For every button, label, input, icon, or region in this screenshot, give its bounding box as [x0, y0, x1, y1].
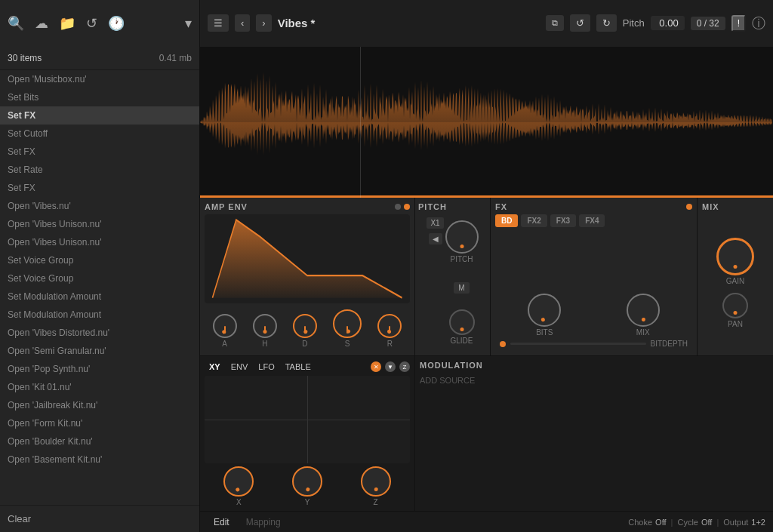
- history-icon[interactable]: 🕐: [108, 15, 125, 32]
- dropdown-icon[interactable]: ▾: [185, 15, 192, 32]
- z-label: Z: [374, 498, 378, 506]
- folder-icon[interactable]: 📁: [59, 15, 75, 32]
- fx-tab-fx2[interactable]: FX2: [521, 214, 547, 227]
- copy-button[interactable]: ⧉: [546, 15, 564, 31]
- list-item[interactable]: Open 'Vibes Unison.nu': [0, 215, 199, 233]
- bits-knob[interactable]: [528, 294, 561, 327]
- amp-env-label: AMP ENV: [205, 202, 248, 211]
- list-item[interactable]: Set Rate: [0, 161, 199, 179]
- total-size: 0.41 mb: [159, 53, 192, 63]
- list-item[interactable]: Set Modulation Amount: [0, 306, 199, 324]
- xy-icon-x[interactable]: ✕: [371, 361, 381, 372]
- arrow-button[interactable]: ◀: [429, 233, 442, 244]
- hold-label: H: [262, 340, 267, 348]
- choke-value[interactable]: Off: [655, 518, 666, 527]
- m-button[interactable]: M: [454, 282, 469, 294]
- list-item[interactable]: Set FX: [0, 106, 199, 125]
- tab-mapping[interactable]: Mapping: [240, 515, 287, 529]
- fx-tab-fx4[interactable]: FX4: [579, 214, 605, 227]
- fx-tab-bd[interactable]: BD: [495, 214, 518, 227]
- release-label: R: [387, 340, 393, 348]
- amp-env-indicator-orange: [404, 204, 410, 210]
- nav-fwd-button[interactable]: ›: [256, 14, 271, 32]
- info-icon[interactable]: ⓘ: [752, 14, 765, 32]
- gain-knob[interactable]: [716, 238, 754, 275]
- search-icon[interactable]: 🔍: [8, 15, 24, 32]
- list-item[interactable]: Set Voice Group: [0, 251, 199, 269]
- waveform-canvas: [200, 47, 773, 198]
- x1-button[interactable]: X1: [427, 217, 443, 229]
- divider2: |: [716, 518, 719, 527]
- undo-small-icon[interactable]: ↺: [86, 15, 97, 32]
- xy-icon-v[interactable]: ▼: [385, 361, 396, 372]
- undo-button[interactable]: ↺: [570, 14, 590, 32]
- glide-knob-wrap: GLIDE: [449, 309, 475, 345]
- list-item[interactable]: Set Cutoff: [0, 125, 199, 143]
- cycle-value[interactable]: Off: [701, 518, 712, 527]
- list-item[interactable]: Set Modulation Amount: [0, 288, 199, 306]
- xy-icon-z[interactable]: Z: [399, 361, 410, 372]
- list-item[interactable]: Set Voice Group: [0, 269, 199, 288]
- redo-button[interactable]: ↻: [596, 14, 617, 32]
- list-item[interactable]: Open 'Semi Granular.nu': [0, 342, 199, 360]
- patch-title: Vibes *: [278, 17, 540, 29]
- attack-knob[interactable]: [213, 314, 237, 338]
- pitch-knob[interactable]: [445, 220, 479, 254]
- z-knob[interactable]: [361, 466, 391, 497]
- cloud-icon[interactable]: ☁: [35, 15, 48, 32]
- history-list: Open 'Musicbox.nu'Set BitsSet FXSet Cuto…: [0, 70, 199, 505]
- divider1: |: [671, 518, 673, 527]
- hold-knob-wrap: H: [253, 314, 277, 348]
- clear-button[interactable]: Clear: [0, 505, 199, 532]
- tab-env[interactable]: ENV: [226, 361, 253, 373]
- nav-back-button[interactable]: ‹: [235, 14, 250, 32]
- warn-button[interactable]: !: [731, 15, 746, 32]
- x-knob[interactable]: [223, 466, 254, 497]
- list-item[interactable]: Open 'Vibes.nu': [0, 197, 199, 215]
- list-item[interactable]: Open 'Vibes Distorted.nu': [0, 324, 199, 342]
- glide-knob[interactable]: [449, 309, 475, 335]
- output-group: Output 1+2: [723, 518, 765, 527]
- decay-knob[interactable]: [293, 314, 317, 338]
- list-item[interactable]: Open 'Musicbox.nu': [0, 70, 199, 88]
- fx-mix-knob[interactable]: [627, 294, 660, 327]
- pan-knob[interactable]: [722, 293, 748, 318]
- attack-knob-wrap: A: [213, 314, 237, 348]
- list-item[interactable]: Open 'Jailbreak Kit.nu': [0, 396, 199, 414]
- list-item[interactable]: Open 'Pop Synth.nu': [0, 360, 199, 378]
- output-label: Output: [723, 518, 748, 527]
- list-item[interactable]: Open 'Boulder Kit.nu': [0, 432, 199, 451]
- mix-section: MIX GAIN PAN: [698, 198, 773, 355]
- bitdepth-label: BITDEPTH: [651, 340, 688, 348]
- waveform-display[interactable]: [200, 47, 773, 198]
- tab-table[interactable]: TABLE: [281, 361, 316, 373]
- gain-label: GAIN: [726, 277, 744, 285]
- tab-xy[interactable]: XY: [205, 361, 225, 373]
- output-value[interactable]: 1+2: [751, 518, 765, 527]
- pitch-label: Pitch: [623, 17, 645, 29]
- list-item[interactable]: Open 'Form Kit.nu': [0, 414, 199, 432]
- bitdepth-bar[interactable]: [510, 343, 646, 345]
- list-item[interactable]: Set FX: [0, 179, 199, 197]
- list-item[interactable]: Set Bits: [0, 88, 199, 106]
- fx-tab-fx3[interactable]: FX3: [550, 214, 576, 227]
- list-item[interactable]: Open 'Vibes Unison.nu': [0, 233, 199, 251]
- sustain-knob[interactable]: [333, 309, 362, 338]
- tab-edit[interactable]: Edit: [208, 515, 236, 529]
- x-knob-wrap: X: [223, 466, 254, 506]
- list-item[interactable]: Open 'Basement Kit.nu': [0, 451, 199, 469]
- menu-button[interactable]: ☰: [208, 14, 229, 32]
- bits-label: BITS: [536, 328, 553, 337]
- list-item[interactable]: Set FX: [0, 143, 199, 161]
- y-knob[interactable]: [292, 466, 322, 497]
- tab-lfo[interactable]: LFO: [254, 361, 279, 373]
- env-curve-display[interactable]: [205, 214, 410, 303]
- glide-label: GLIDE: [450, 337, 473, 345]
- xy-grid[interactable]: [205, 376, 410, 463]
- hold-knob[interactable]: [253, 314, 277, 338]
- list-item[interactable]: Open 'Kit 01.nu': [0, 378, 199, 396]
- pan-knob-wrap: PAN: [722, 293, 748, 328]
- release-knob[interactable]: [377, 314, 402, 338]
- add-source-button[interactable]: ADD SOURCE: [420, 376, 768, 385]
- gain-knob-wrap: GAIN: [716, 238, 754, 285]
